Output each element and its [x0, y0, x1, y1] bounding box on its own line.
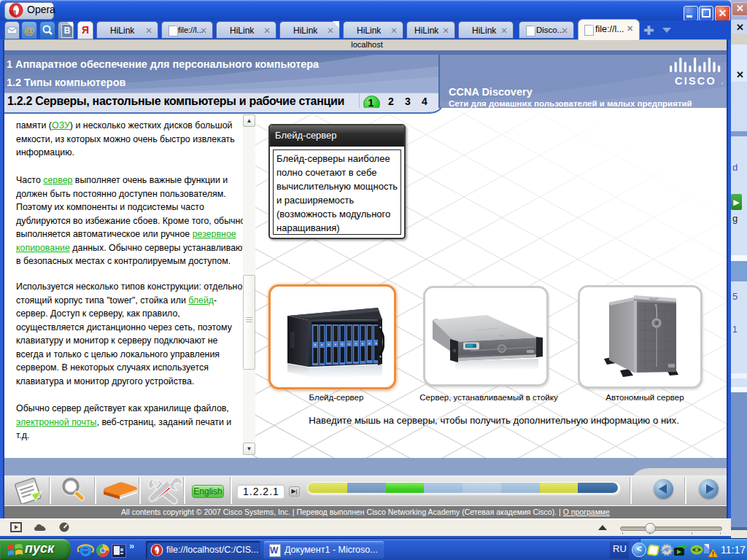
svg-text:CISCO: CISCO — [675, 75, 716, 87]
